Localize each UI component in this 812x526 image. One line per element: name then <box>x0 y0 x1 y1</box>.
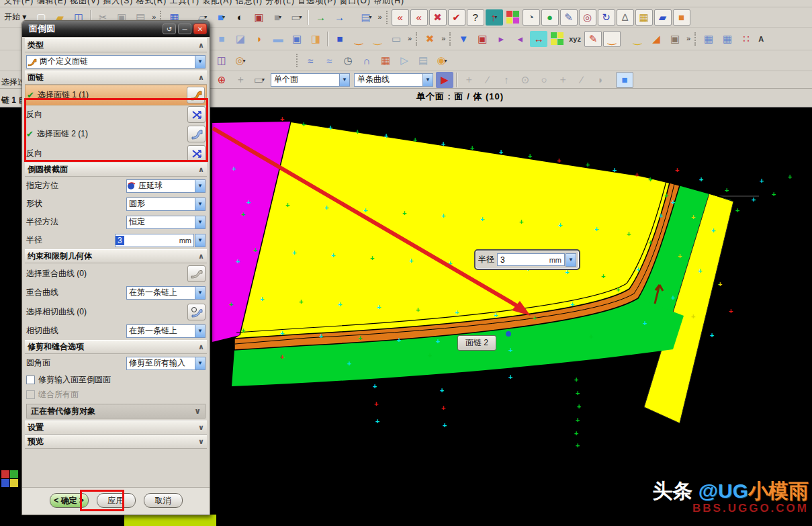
chevron-down-icon[interactable]: ▾ <box>262 77 265 83</box>
blocks-icon[interactable]: ∷ <box>737 31 755 47</box>
snap-arc-icon[interactable]: ◗ <box>592 72 609 88</box>
snap-inferred-icon[interactable]: ＋ <box>232 72 249 88</box>
bend-icon[interactable]: ◗ <box>251 31 268 47</box>
toolbar-drag-handle[interactable] <box>386 11 389 24</box>
chevron-down-icon[interactable]: ▼ <box>195 198 205 210</box>
swept-icon[interactable]: ◨ <box>307 31 324 47</box>
extrude-blue-icon[interactable]: → <box>330 9 348 26</box>
close-icon[interactable]: ✕ <box>193 24 207 34</box>
mirror-icon[interactable]: ∆ <box>617 9 634 26</box>
chevron-down-icon[interactable]: ▾ <box>494 14 497 20</box>
rect-select-icon[interactable]: ▭▾ <box>251 72 268 88</box>
relations-icon[interactable]: ◎ <box>579 9 596 26</box>
edge-blend-icon[interactable]: ‿ <box>369 31 386 47</box>
roll-surface-icon[interactable]: ◉▾ <box>433 52 451 69</box>
overflow-standard-icon[interactable]: » <box>150 14 158 20</box>
analysis-kk2-icon[interactable]: « <box>410 9 428 26</box>
orientation-dropdown[interactable]: 压延球 ▼ <box>126 179 206 193</box>
coincident-curve-dropdown[interactable]: 在第一条链上 ▼ <box>126 286 206 300</box>
bounded-cube-icon[interactable]: ▣ <box>473 31 491 47</box>
draft-analysis-icon[interactable]: ↑▾ <box>486 9 503 26</box>
select-coincident-curve-button[interactable] <box>187 265 206 282</box>
section-view-icon[interactable]: ◫ <box>213 52 230 69</box>
trim-input-faces-checkbox[interactable] <box>26 376 35 384</box>
section-face-chain[interactable]: 面链 ∧ <box>25 71 207 85</box>
trim-body-icon[interactable] <box>551 32 563 45</box>
snap-circle-icon[interactable]: ○ <box>535 72 553 88</box>
chevron-down-icon[interactable]: ▾ <box>243 58 246 64</box>
dome-surface-icon[interactable]: ∩ <box>358 52 375 69</box>
examine-geometry-icon[interactable]: ✎ <box>560 9 578 26</box>
box-white-icon[interactable]: ▭ <box>388 31 405 47</box>
radius-options-button[interactable]: ▼ <box>195 234 206 247</box>
chevron-down-icon[interactable]: ▾ <box>222 14 225 20</box>
annotation-a-icon[interactable]: A <box>758 35 764 43</box>
slope-check-icon[interactable]: ? <box>467 9 484 26</box>
gray-cube-icon[interactable]: ■▾ <box>269 9 286 26</box>
overlap-squares-icon[interactable]: ▣ <box>666 31 684 47</box>
face-chain-2-button[interactable] <box>187 126 206 142</box>
select-face-chain-1-row[interactable]: ✔ 选择面链 1 (1) <box>25 85 207 105</box>
rotate-axis-icon[interactable]: ↻ <box>598 9 615 26</box>
pad-icon[interactable]: ▬ <box>269 31 287 47</box>
section-constraints[interactable]: 约束和限制几何体 ∧ <box>25 249 207 263</box>
overflow-view-icon[interactable]: » <box>375 14 384 20</box>
chevron-down-icon[interactable]: ▼ <box>422 74 433 86</box>
pocket-icon[interactable]: ▣ <box>288 31 306 47</box>
face-chain-1-button[interactable] <box>187 87 205 103</box>
blend-orange-icon[interactable]: ‿ <box>603 31 621 47</box>
shape-dropdown[interactable]: 圆形 ▼ <box>126 198 206 211</box>
cylinder-arrow-icon[interactable]: ◎▾ <box>232 52 249 69</box>
blend-type-dropdown[interactable]: 两个定义面链 ▼ <box>26 55 206 69</box>
clock-ruler-icon[interactable]: ◷ <box>339 52 357 69</box>
snap-move-icon[interactable]: ＋ <box>460 72 478 88</box>
orange-box-icon[interactable]: ■ <box>673 9 690 26</box>
section-preview[interactable]: 预览 ∨ <box>25 435 207 449</box>
wire-box-icon[interactable]: ▦ <box>635 9 653 26</box>
face-blend-icon[interactable]: ‿ <box>350 31 367 47</box>
table1-icon[interactable]: ▦ <box>700 31 717 47</box>
snap-point-icon[interactable]: ⊕ <box>213 72 230 88</box>
snap-plus-icon[interactable]: ＋ <box>554 72 572 88</box>
move-face-right-icon[interactable]: ▸ <box>492 31 510 47</box>
chevron-down-icon[interactable]: ▼ <box>195 56 205 68</box>
surface-wave1-icon[interactable]: ≈ <box>302 52 319 69</box>
apply-button[interactable]: 应用 <box>97 493 136 508</box>
extrude-green-icon[interactable]: → <box>312 9 329 26</box>
clock-face-icon[interactable]: ◔ <box>523 9 540 26</box>
check-arrow-icon[interactable]: ✔ <box>448 9 465 26</box>
reset-icon[interactable]: ↺ <box>163 24 176 34</box>
render-style-icon[interactable]: ◐ <box>231 9 249 26</box>
override-trim-subsection[interactable]: 正在替代修剪对象 ∨ <box>26 404 206 419</box>
resource-bar-icon[interactable] <box>1 470 18 487</box>
overflow-feature-icon[interactable]: » <box>406 36 414 42</box>
paper-plane-icon[interactable]: ▷ <box>396 52 413 69</box>
menu-bar[interactable]: 文件(F) 编辑(E) 视图(V) 插入(S) 格式(R) 工具(T) 装配(A… <box>0 0 812 7</box>
curve-rule-dropdown[interactable]: 单条曲线▼ <box>354 73 433 87</box>
shaded-view-icon[interactable]: ■▾ <box>212 9 230 26</box>
section-trim[interactable]: 修剪和缝合选项 ∧ <box>25 340 207 354</box>
toolbar-drag-handle[interactable] <box>449 32 452 46</box>
onscreen-radius-widget[interactable]: 半径 3 mm ▼ <box>474 249 580 270</box>
fillet-face-dropdown[interactable]: 修剪至所有输入 ▼ <box>126 357 206 370</box>
shell-icon[interactable]: ■ <box>331 31 349 47</box>
split-body-icon[interactable]: ↔ <box>530 31 547 47</box>
tangent-curve-dropdown[interactable]: 在第一条链上 ▼ <box>126 324 206 338</box>
chevron-down-icon[interactable]: ▾ <box>300 14 302 20</box>
overflow-surface-icon[interactable]: » <box>684 36 692 42</box>
chevron-down-icon[interactable]: ▼ <box>195 325 205 337</box>
reverse-direction-1-button[interactable] <box>187 106 206 123</box>
wireframe-cube-icon[interactable]: ▣ <box>250 9 267 26</box>
minimize-icon[interactable]: ─ <box>178 24 191 34</box>
cancel-button[interactable]: 取消 <box>144 493 183 508</box>
stop-at-intersection-icon[interactable]: ▶ <box>436 72 453 88</box>
surface-wave2-icon[interactable]: ≈ <box>320 52 338 69</box>
radius-onscreen-input[interactable]: 3 mm <box>497 253 565 266</box>
chevron-down-icon[interactable]: ▾ <box>369 14 372 20</box>
grid-surface-icon[interactable]: ▦ <box>377 52 394 69</box>
overflow-boolean-icon[interactable]: » <box>439 36 447 42</box>
deviation-icon[interactable]: ✖ <box>429 9 447 26</box>
block-icon[interactable]: ■ <box>213 31 230 47</box>
toolbar-drag-handle[interactable] <box>694 32 697 46</box>
chevron-down-icon[interactable]: ▼ <box>195 180 205 192</box>
